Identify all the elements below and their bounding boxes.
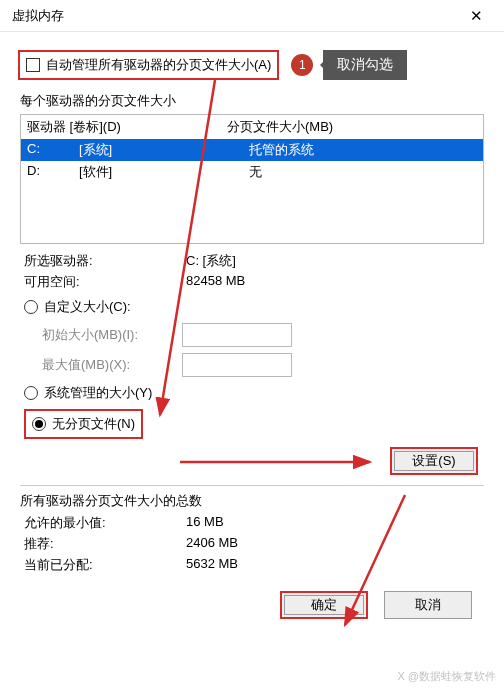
ok-button-label: 确定 xyxy=(284,595,364,615)
drive-letter: D: xyxy=(27,163,79,181)
rec-value: 2406 MB xyxy=(186,535,238,553)
drive-list-header: 驱动器 [卷标](D) 分页文件大小(MB) xyxy=(21,115,483,139)
totals-section-label: 所有驱动器分页文件大小的总数 xyxy=(20,492,484,510)
dialog-buttons: 确定 取消 xyxy=(14,577,490,619)
radio-label: 无分页文件(N) xyxy=(52,415,135,433)
ok-button[interactable]: 确定 xyxy=(280,591,368,619)
close-button[interactable]: ✕ xyxy=(456,1,496,31)
watermark: X @数据蛙恢复软件 xyxy=(397,669,496,684)
radio-icon xyxy=(24,300,38,314)
initial-label: 初始大小(MB)(I): xyxy=(42,326,182,344)
drive-letter: C: xyxy=(27,141,79,159)
available-space: 可用空间: 82458 MB xyxy=(24,273,480,291)
rec-label: 推荐: xyxy=(24,535,186,553)
no-paging-highlight: 无分页文件(N) xyxy=(24,409,143,439)
cur-label: 当前已分配: xyxy=(24,556,186,574)
drive-size: 无 xyxy=(249,163,262,181)
max-input[interactable] xyxy=(182,353,292,377)
drive-row[interactable]: D: [软件] 无 xyxy=(21,161,483,183)
min-label: 允许的最小值: xyxy=(24,514,186,532)
hdr-size: 分页文件大小(MB) xyxy=(227,118,333,136)
auto-manage-label: 自动管理所有驱动器的分页文件大小(A) xyxy=(46,56,271,74)
drive-list: 驱动器 [卷标](D) 分页文件大小(MB) C: [系统] 托管的系统 D: … xyxy=(20,114,484,244)
max-size-field: 最大值(MB)(X): xyxy=(42,353,480,377)
selected-drive: 所选驱动器: C: [系统] xyxy=(24,252,480,270)
drive-label: [软件] xyxy=(79,163,249,181)
min-allowed: 允许的最小值: 16 MB xyxy=(24,514,480,532)
dialog-body: 自动管理所有驱动器的分页文件大小(A) 1 取消勾选 每个驱动器的分页文件大小 … xyxy=(0,32,504,629)
max-label: 最大值(MB)(X): xyxy=(42,356,182,374)
current-allocated: 当前已分配: 5632 MB xyxy=(24,556,480,574)
space-label: 可用空间: xyxy=(24,273,186,291)
drive-row[interactable]: C: [系统] 托管的系统 xyxy=(21,139,483,161)
drives-section-label: 每个驱动器的分页文件大小 xyxy=(20,92,484,110)
radio-no-paging[interactable]: 无分页文件(N) xyxy=(24,409,480,439)
selected-label: 所选驱动器: xyxy=(24,252,186,270)
radio-label: 自定义大小(C): xyxy=(44,298,131,316)
divider xyxy=(20,485,484,486)
callout-text: 取消勾选 xyxy=(323,50,407,80)
drive-size: 托管的系统 xyxy=(249,141,314,159)
auto-manage-row: 自动管理所有驱动器的分页文件大小(A) 1 取消勾选 xyxy=(18,50,486,80)
cur-value: 5632 MB xyxy=(186,556,238,574)
cancel-button-label: 取消 xyxy=(415,596,441,614)
window-title: 虚拟内存 xyxy=(8,7,456,25)
min-value: 16 MB xyxy=(186,514,224,532)
recommended: 推荐: 2406 MB xyxy=(24,535,480,553)
set-button-label: 设置(S) xyxy=(394,451,474,471)
hdr-drive: 驱动器 [卷标](D) xyxy=(27,118,227,136)
radio-label: 系统管理的大小(Y) xyxy=(44,384,152,402)
set-button-row: 设置(S) xyxy=(26,447,478,475)
initial-size-field: 初始大小(MB)(I): xyxy=(42,323,480,347)
step-badge-1: 1 xyxy=(291,54,313,76)
initial-input[interactable] xyxy=(182,323,292,347)
radio-icon xyxy=(24,386,38,400)
cancel-button[interactable]: 取消 xyxy=(384,591,472,619)
titlebar: 虚拟内存 ✕ xyxy=(0,0,504,32)
space-value: 82458 MB xyxy=(186,273,245,291)
radio-icon xyxy=(32,417,46,431)
set-button[interactable]: 设置(S) xyxy=(390,447,478,475)
radio-custom-size[interactable]: 自定义大小(C): xyxy=(24,298,480,316)
selected-value: C: [系统] xyxy=(186,252,236,270)
auto-manage-checkbox-highlight: 自动管理所有驱动器的分页文件大小(A) xyxy=(18,50,279,80)
drive-label: [系统] xyxy=(79,141,249,159)
auto-manage-checkbox[interactable] xyxy=(26,58,40,72)
radio-system-managed[interactable]: 系统管理的大小(Y) xyxy=(24,384,480,402)
